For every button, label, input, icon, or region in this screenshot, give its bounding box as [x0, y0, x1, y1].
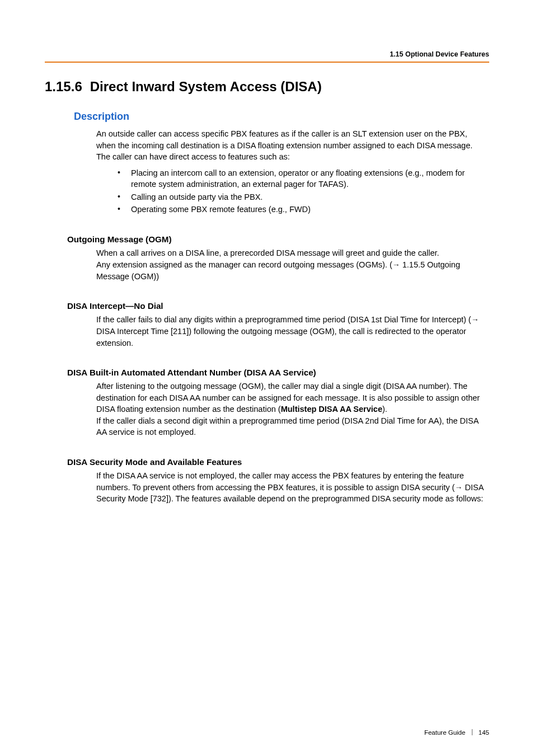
arrow-icon: → [455, 483, 462, 492]
description-heading: Description [74, 111, 489, 123]
security-heading: DISA Security Mode and Available Feature… [67, 457, 489, 467]
arrow-icon: → [471, 315, 479, 324]
arrow-icon: → [392, 260, 400, 269]
aa-body-1b: ). [382, 405, 387, 414]
footer-page-number: 145 [479, 729, 489, 736]
description-intro: An outside caller can access specific PB… [96, 128, 484, 163]
security-body-a: If the DISA AA service is not employed, … [96, 471, 464, 492]
running-head: 1.15 Optional Device Features [45, 50, 489, 58]
page-title: 1.15.6Direct Inward System Access (DISA) [45, 78, 489, 95]
section-name: Direct Inward System Access (DISA) [90, 79, 322, 94]
page-footer: Feature Guide 145 [424, 729, 489, 736]
section-number: 1.15.6 [45, 78, 82, 95]
aa-heading: DISA Built-in Automated Attendant Number… [67, 368, 489, 377]
bullet-item: Calling an outside party via the PBX. [118, 191, 489, 203]
description-bullets: Placing an intercom call to an extension… [96, 167, 489, 215]
ogm-heading: Outgoing Message (OGM) [67, 234, 489, 244]
footer-separator [472, 729, 472, 735]
header-rule [45, 62, 489, 63]
nodial-body: If the caller fails to dial any digits w… [96, 314, 484, 349]
security-body: If the DISA AA service is not employed, … [96, 470, 484, 505]
ogm-body-line2a: Any extension assigned as the manager ca… [96, 260, 392, 269]
bullet-item: Operating some PBX remote features (e.g.… [118, 204, 489, 215]
ogm-body: When a call arrives on a DISA line, a pr… [96, 247, 484, 282]
aa-body-bold: Multistep DISA AA Service [281, 405, 382, 414]
nodial-body-b: DISA Intercept Time [211]) following the… [96, 327, 466, 348]
nodial-body-a: If the caller fails to dial any digits w… [96, 315, 471, 324]
page: 1.15 Optional Device Features 1.15.6Dire… [0, 0, 534, 756]
aa-body-2: If the caller dials a second digit withi… [96, 416, 479, 437]
ogm-body-line1: When a call arrives on a DISA line, a pr… [96, 248, 439, 257]
footer-label: Feature Guide [424, 729, 466, 736]
bullet-item: Placing an intercom call to an extension… [118, 167, 489, 190]
nodial-heading: DISA Intercept—No Dial [67, 301, 489, 311]
aa-body: After listening to the outgoing message … [96, 381, 484, 438]
